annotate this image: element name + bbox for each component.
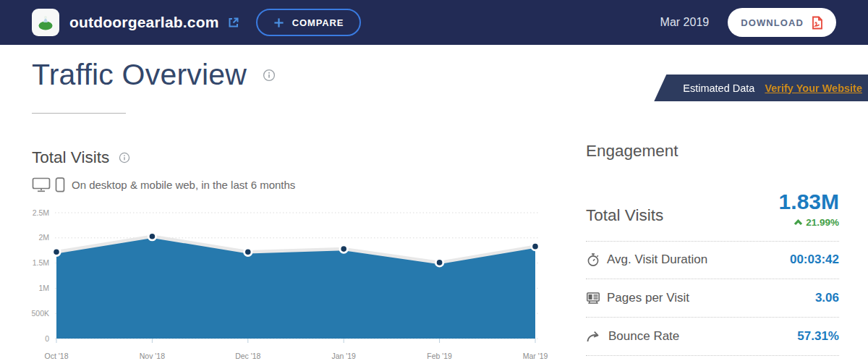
x-axis-tick-label: Jan '19 [331,352,356,360]
chart-data-point[interactable] [532,242,539,250]
engagement-panel: Engagement Total Visits 1.83M 21.99% Avg… [586,137,839,361]
external-link-icon[interactable] [227,16,240,29]
estimated-data-label: Estimated Data [683,82,754,94]
total-visits-info-icon[interactable] [119,152,130,163]
y-axis-tick-label: 1M [38,284,49,292]
x-axis-tick-label: Feb '19 [427,352,452,360]
plus-icon [273,17,284,28]
chart-data-point[interactable] [340,245,347,252]
chart-data-point[interactable] [53,248,60,255]
outdoorgearlab-logo-icon [36,13,55,32]
total-visits-section-title: Total Visits [32,148,109,167]
top-navbar: outdoorgearlab.com COMPARE Mar 2019 DOWN… [0,0,868,45]
up-caret-icon [793,219,803,226]
avg-visit-duration-value: 00:03:42 [790,252,839,267]
report-date: Mar 2019 [660,16,710,29]
title-info-icon[interactable] [263,69,276,82]
y-axis-tick-label: 0 [45,334,49,343]
device-icons [32,177,65,192]
title-underline [32,113,126,114]
total-visits-chart-svg: 2.5M2M1.5M1M500K0Oct '18Nov '18Dec '18Ja… [29,205,550,361]
y-axis-tick-label: 1.5M [33,258,49,267]
pdf-file-icon [811,16,823,30]
page-title: Traffic Overview [32,58,247,92]
pages-icon [586,291,600,305]
row-separator [586,317,839,318]
pages-per-visit-value: 3.06 [815,291,839,305]
desktop-icon [32,177,51,192]
verify-website-link[interactable]: Verify Your Website [765,82,862,94]
stopwatch-icon [586,252,600,267]
x-axis-tick-label: Dec '18 [235,352,260,360]
site-favicon [32,9,59,36]
avg-visit-duration-label: Avg. Visit Duration [607,252,707,267]
engagement-total-visits-label: Total Visits [586,206,663,225]
y-axis-tick-label: 2.5M [33,208,49,217]
engagement-title: Engagement [586,142,678,161]
download-button-label: DOWNLOAD [741,17,804,28]
engagement-total-visits-change: 21.99% [793,217,839,228]
row-separator [586,279,839,279]
row-separator [586,355,839,356]
x-axis-tick-label: Oct '18 [45,352,69,360]
download-button[interactable]: DOWNLOAD [728,8,836,37]
chart-data-point[interactable] [148,233,156,240]
total-visits-chart[interactable]: 2.5M2M1.5M1M500K0Oct '18Nov '18Dec '18Ja… [29,205,550,361]
mobile-icon [55,177,65,192]
total-visits-subtitle: On desktop & mobile web, in the last 6 m… [72,179,295,191]
bounce-arrow-icon [586,330,602,343]
chart-data-point[interactable] [244,248,252,255]
engagement-total-visits-value: 1.83M [779,190,839,214]
y-axis-tick-label: 2M [38,233,49,242]
bounce-rate-value: 57.31% [797,329,839,344]
x-axis-tick-label: Nov '18 [140,352,165,360]
estimated-data-ribbon: Estimated Data Verify Your Website [654,75,868,101]
compare-button[interactable]: COMPARE [256,9,362,36]
pages-per-visit-row: Pages per Visit 3.06 [586,286,839,310]
x-axis-tick-label: Mar '19 [523,352,548,360]
chart-data-point[interactable] [435,259,443,266]
pages-per-visit-label: Pages per Visit [607,291,689,305]
avg-visit-duration-row: Avg. Visit Duration 00:03:42 [586,247,839,272]
change-percent: 21.99% [806,217,839,228]
row-separator [586,241,839,242]
bounce-rate-row: Bounce Rate 57.31% [586,324,839,349]
y-axis-tick-label: 500K [31,309,49,318]
domain-name: outdoorgearlab.com [69,14,219,31]
compare-button-label: COMPARE [292,17,344,28]
bounce-rate-label: Bounce Rate [608,329,679,344]
